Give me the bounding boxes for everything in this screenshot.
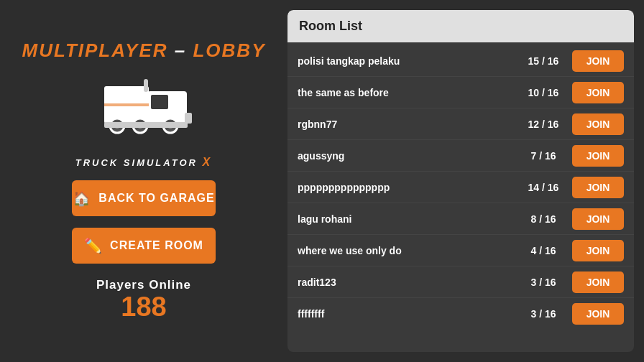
join-button[interactable]: Join [572, 145, 624, 167]
players-count: 188 [96, 292, 191, 322]
title-part1: MULTIPLAYER [22, 40, 168, 61]
room-row: agussyng7 / 16Join [288, 140, 634, 172]
room-list-container: Room List polisi tangkap pelaku15 / 16Jo… [288, 10, 634, 352]
room-players: 7 / 16 [515, 150, 572, 162]
game-subtitle: TRUCK SIMULATOR X [75, 156, 212, 169]
title-dash: – [168, 40, 193, 61]
join-button[interactable]: Join [572, 177, 624, 198]
room-name: ppppppppppppppp [298, 182, 515, 193]
game-title-x: X [203, 156, 213, 168]
room-name: agussyng [298, 150, 515, 162]
join-button[interactable]: Join [572, 113, 624, 135]
join-button[interactable]: Join [572, 208, 624, 230]
room-row: polisi tangkap pelaku15 / 16Join [288, 45, 634, 77]
svg-rect-9 [104, 122, 188, 128]
create-room-button[interactable]: ✏️ Create Room [72, 228, 216, 264]
room-row: where we use only do4 / 16Join [288, 235, 634, 266]
svg-rect-11 [144, 79, 148, 92]
room-players: 3 / 16 [515, 308, 572, 320]
join-button[interactable]: Join [572, 303, 624, 325]
room-row: rgbnn7712 / 16Join [288, 108, 634, 140]
svg-rect-10 [185, 113, 192, 124]
room-players: 12 / 16 [515, 119, 572, 130]
room-name: the same as before [298, 87, 515, 98]
title-part2: LOBBY [193, 40, 265, 61]
svg-rect-1 [151, 95, 168, 109]
room-row: ppppppppppppppp14 / 16Join [288, 172, 634, 203]
room-players: 3 / 16 [515, 277, 572, 288]
home-icon: 🏠 [73, 190, 91, 207]
back-to-garage-label: Back to Garage [98, 192, 214, 205]
room-name: polisi tangkap pelaku [298, 55, 515, 67]
room-row: radit1233 / 16Join [288, 266, 634, 298]
room-players: 10 / 16 [515, 87, 572, 98]
join-button[interactable]: Join [572, 50, 624, 72]
room-row: lagu rohani8 / 16Join [288, 203, 634, 235]
room-name: rgbnn77 [298, 119, 515, 130]
room-players: 8 / 16 [515, 213, 572, 225]
room-name: where we use only do [298, 245, 515, 256]
room-players: 15 / 16 [515, 55, 572, 67]
room-row: the same as before10 / 16Join [288, 77, 634, 108]
room-row: ffffffff3 / 16Join [288, 298, 634, 330]
join-button[interactable]: Join [572, 240, 624, 261]
room-players: 14 / 16 [515, 182, 572, 193]
room-list-body[interactable]: polisi tangkap pelaku15 / 16Jointhe same… [288, 42, 634, 352]
back-to-garage-button[interactable]: 🏠 Back to Garage [72, 180, 216, 216]
svg-rect-12 [104, 103, 149, 106]
players-online-label: Players Online [96, 278, 191, 292]
truck-logo [90, 73, 198, 144]
edit-icon: ✏️ [84, 237, 103, 254]
room-players: 4 / 16 [515, 245, 572, 256]
join-button[interactable]: Join [572, 82, 624, 103]
right-panel: Room List polisi tangkap pelaku15 / 16Jo… [288, 0, 644, 362]
left-panel: MULTIPLAYER – LOBBY [0, 0, 288, 362]
room-name: ffffffff [298, 308, 515, 320]
players-section: Players Online 188 [96, 278, 191, 322]
room-name: lagu rohani [298, 213, 515, 225]
join-button[interactable]: Join [572, 272, 624, 293]
lobby-title: MULTIPLAYER – LOBBY [22, 40, 266, 62]
game-title-text: TRUCK SIMULATOR [75, 157, 198, 168]
room-name: radit123 [298, 277, 515, 288]
create-room-label: Create Room [110, 239, 203, 252]
room-list-header: Room List [288, 10, 634, 42]
